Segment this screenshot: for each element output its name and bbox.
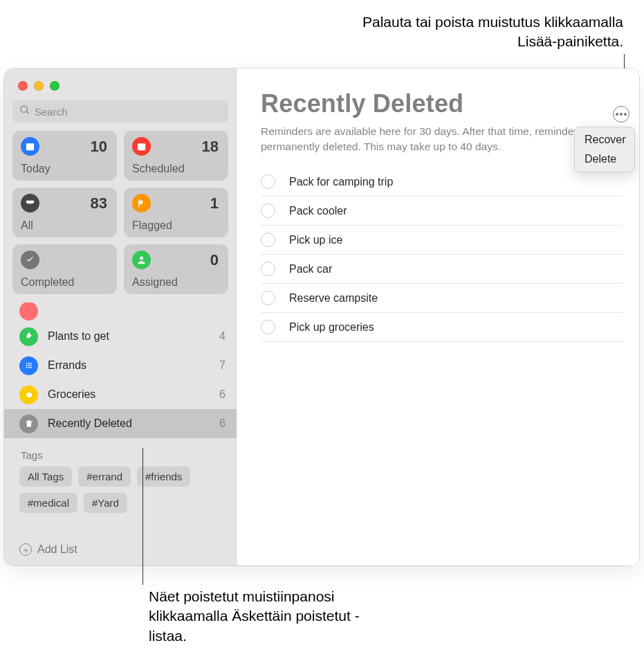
svg-point-3 [140, 257, 143, 260]
leader-line-bottom [142, 448, 143, 585]
sidebar-list-plants[interactable]: Plants to get 4 [4, 322, 237, 351]
person-icon [132, 251, 151, 269]
more-button[interactable] [613, 106, 629, 123]
reminder-row[interactable]: Pick up groceries [261, 313, 623, 342]
reminder-row[interactable]: Pack car [261, 255, 623, 284]
page-title: Recently Deleted [261, 89, 623, 118]
svg-point-10 [26, 392, 31, 397]
svg-point-6 [26, 365, 27, 366]
reminder-checkbox[interactable] [261, 233, 275, 247]
svg-rect-5 [28, 363, 32, 364]
smart-flagged[interactable]: 1 Flagged [124, 188, 228, 237]
svg-point-4 [26, 363, 27, 364]
app-window: 10 Today 18 Scheduled 83 All [4, 69, 639, 565]
smart-assigned-label: Assigned [132, 276, 178, 289]
list-icon [19, 302, 38, 320]
svg-rect-1 [26, 143, 34, 145]
smart-all-label: All [21, 219, 33, 232]
fullscreen-window-button[interactable] [50, 81, 59, 91]
list-label: Errands [48, 359, 219, 372]
smart-today-label: Today [21, 163, 50, 175]
reminder-checkbox[interactable] [261, 203, 275, 218]
reminders-list: Pack for camping trip Pack cooler Pick u… [261, 167, 623, 342]
reminder-row[interactable]: Pack for camping trip [261, 167, 623, 197]
reminder-title: Reserve campsite [289, 292, 378, 305]
smart-scheduled[interactable]: 18 Scheduled [124, 131, 228, 181]
dot-icon [620, 113, 622, 115]
minimize-window-button[interactable] [34, 81, 44, 91]
list-count: 7 [219, 359, 226, 372]
add-list-button[interactable]: ＋ Add List [4, 536, 237, 565]
tag-yard[interactable]: #Yard [84, 493, 127, 513]
sidebar-list-groceries[interactable]: Groceries 6 [4, 380, 237, 409]
reminder-checkbox[interactable] [261, 174, 275, 189]
list-count: 4 [219, 330, 226, 343]
smart-all-count: 83 [91, 194, 107, 212]
reminder-checkbox[interactable] [261, 262, 275, 276]
callout-more-button: Palauta tai poista muistutus klikkaamall… [333, 12, 623, 52]
plus-circle-icon: ＋ [19, 543, 32, 556]
delete-menu-item[interactable]: Delete [575, 150, 634, 169]
smart-today[interactable]: 10 Today [12, 131, 117, 181]
sidebar-lists: Plants to get 4 Errands 7 Groceries 6 [4, 302, 237, 536]
smart-scheduled-label: Scheduled [132, 163, 185, 175]
list-label: Recently Deleted [48, 417, 219, 430]
search-icon [19, 105, 35, 118]
sidebar-list-previous[interactable] [4, 307, 237, 322]
lemon-icon [19, 386, 38, 404]
smart-completed-label: Completed [21, 276, 74, 289]
smart-today-count: 10 [91, 138, 107, 156]
smart-assigned[interactable]: 0 Assigned [124, 244, 228, 294]
page-subtitle: Reminders are available here for 30 days… [261, 124, 623, 154]
checkmark-icon [21, 251, 39, 269]
reminder-row[interactable]: Reserve campsite [261, 284, 623, 313]
search-field[interactable] [12, 100, 228, 123]
list-count: 6 [219, 388, 226, 401]
svg-rect-9 [28, 367, 32, 368]
more-popover: Recover Delete [574, 127, 635, 172]
leaf-icon [19, 327, 38, 346]
smart-assigned-count: 0 [210, 251, 219, 269]
sidebar: 10 Today 18 Scheduled 83 All [4, 69, 237, 565]
main-content: Recently Deleted Reminders are available… [237, 69, 639, 565]
tag-errand[interactable]: #errand [78, 467, 131, 487]
trash-icon [19, 415, 38, 433]
reminder-title: Pack car [289, 263, 332, 275]
reminder-title: Pick up groceries [289, 321, 374, 334]
smart-list-grid: 10 Today 18 Scheduled 83 All [4, 131, 237, 302]
dot-icon [616, 113, 618, 115]
calendar-icon [132, 137, 151, 156]
reminder-title: Pack cooler [289, 205, 347, 217]
reminder-title: Pick up ice [289, 234, 342, 246]
reminder-title: Pack for camping trip [289, 176, 393, 188]
reminder-row[interactable]: Pack cooler [261, 197, 623, 226]
reminder-row[interactable]: Pick up ice [261, 226, 623, 255]
reminder-checkbox[interactable] [261, 320, 275, 334]
tag-medical[interactable]: #medical [19, 493, 77, 513]
smart-flagged-count: 1 [210, 194, 219, 212]
reminder-checkbox[interactable] [261, 291, 275, 305]
svg-point-8 [26, 367, 27, 368]
callout-recently-deleted: Näet poistetut muistiinpanosi klikkaamal… [149, 587, 377, 646]
search-input[interactable] [35, 106, 221, 118]
tags-header: Tags [4, 438, 237, 467]
calendar-today-icon [21, 137, 39, 156]
close-window-button[interactable] [18, 81, 28, 91]
list-label: Groceries [48, 388, 219, 401]
flag-icon [132, 194, 151, 212]
recover-menu-item[interactable]: Recover [575, 130, 634, 150]
svg-rect-7 [28, 365, 32, 365]
smart-flagged-label: Flagged [132, 219, 172, 232]
tag-friends[interactable]: #friends [137, 467, 190, 487]
tag-all[interactable]: All Tags [19, 467, 72, 487]
sidebar-list-errands[interactable]: Errands 7 [4, 351, 237, 380]
smart-completed[interactable]: Completed [12, 244, 117, 294]
sidebar-list-recently-deleted[interactable]: Recently Deleted 6 [4, 409, 237, 438]
list-label: Plants to get [48, 330, 219, 343]
smart-all[interactable]: 83 All [12, 188, 117, 237]
tags-container: All Tags #errand #friends #medical #Yard [4, 467, 237, 521]
dot-icon [624, 113, 626, 115]
add-list-label: Add List [37, 543, 77, 556]
window-controls [4, 69, 237, 100]
list-count: 6 [219, 417, 226, 430]
